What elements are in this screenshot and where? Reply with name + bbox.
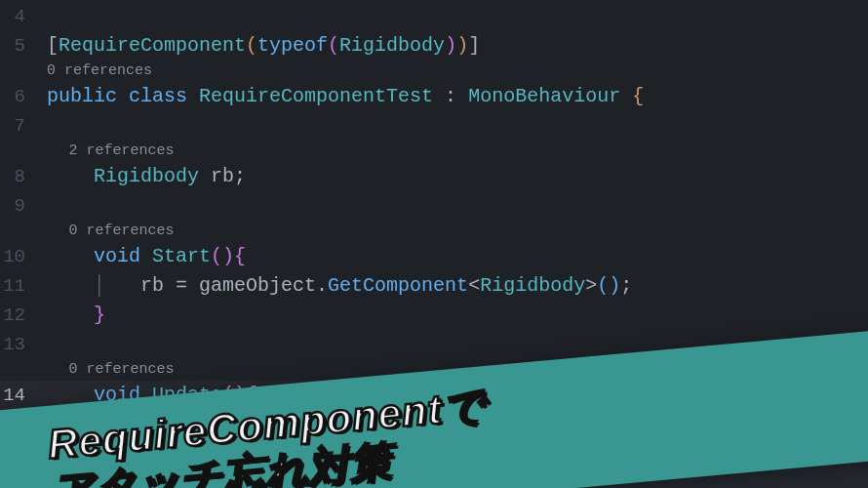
line-number-spacer <box>0 221 25 242</box>
line-number-spacer <box>0 61 25 82</box>
line-number: 7 <box>0 111 25 141</box>
line-number: 6 <box>0 82 25 111</box>
line-number: 5 <box>0 31 25 61</box>
line-number-spacer <box>0 359 25 381</box>
code-line: │ rb = gameObject.GetComponent<Rigidbody… <box>47 271 868 301</box>
line-number: 4 <box>0 2 25 31</box>
codelens-references[interactable]: 0 references <box>47 221 868 242</box>
line-number: 11 <box>0 271 25 301</box>
code-line: void Start(){ <box>47 242 868 271</box>
code-line <box>47 111 868 141</box>
code-line: [RequireComponent(typeof(Rigidbody))] <box>47 31 868 61</box>
code-line: Rigidbody rb; <box>47 162 868 191</box>
codelens-references[interactable]: 2 references <box>47 141 868 162</box>
line-number: 12 <box>0 301 25 330</box>
code-line: public class RequireComponentTest : Mono… <box>47 82 868 111</box>
codelens-references[interactable]: 0 references <box>47 61 868 82</box>
line-number: 8 <box>0 162 25 191</box>
line-number: 13 <box>0 330 25 359</box>
line-number: 9 <box>0 191 25 221</box>
line-number-spacer <box>0 141 25 162</box>
code-line: } <box>47 301 868 330</box>
line-number: 10 <box>0 242 25 271</box>
code-line <box>47 2 868 31</box>
code-line <box>47 191 868 221</box>
